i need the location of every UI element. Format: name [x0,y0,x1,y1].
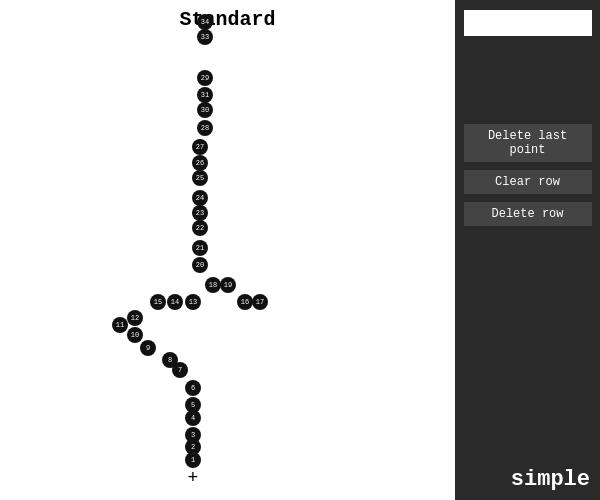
delete-row-button[interactable]: Delete row [464,202,592,226]
dot-22: 22 [192,220,208,236]
dot-34: 34 [197,14,213,30]
dot-30: 30 [197,102,213,118]
dot-11: 11 [112,317,128,333]
dot-21: 21 [192,240,208,256]
dot-14: 14 [167,294,183,310]
clear-row-button[interactable]: Clear row [464,170,592,194]
canvas-title: Standard [179,8,275,31]
dot-20: 20 [192,257,208,273]
dot-16: 16 [237,294,253,310]
sidebar-input[interactable] [464,10,592,36]
dot-17: 17 [252,294,268,310]
dot-10: 10 [127,327,143,343]
canvas-area[interactable]: Standard + 34332931302827262524232221201… [0,0,455,500]
dot-25: 25 [192,170,208,186]
dot-1: 1 [185,452,201,468]
dot-12: 12 [127,310,143,326]
dot-24: 24 [192,190,208,206]
dot-23: 23 [192,205,208,221]
dot-31: 31 [197,87,213,103]
delete-last-point-button[interactable]: Delete last point [464,124,592,162]
dot-13: 13 [185,294,201,310]
dot-18: 18 [205,277,221,293]
dot-4: 4 [185,410,201,426]
dot-15: 15 [150,294,166,310]
dot-7: 7 [172,362,188,378]
dot-6: 6 [185,380,201,396]
dot-33: 33 [197,29,213,45]
dot-19: 19 [220,277,236,293]
dot-29: 29 [197,70,213,86]
simple-label: simple [511,467,590,492]
crosshair: + [188,468,199,488]
dot-9: 9 [140,340,156,356]
dot-27: 27 [192,139,208,155]
sidebar: Delete last point Clear row Delete row s… [455,0,600,500]
dot-28: 28 [197,120,213,136]
dot-26: 26 [192,155,208,171]
